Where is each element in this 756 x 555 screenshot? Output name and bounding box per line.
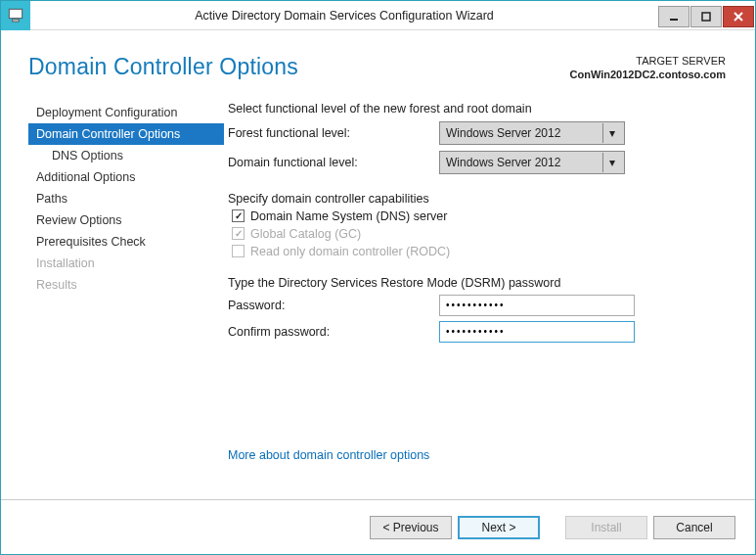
- footer: < Previous Next > Install Cancel: [1, 499, 755, 554]
- dns-checkbox-label: Domain Name System (DNS) server: [250, 209, 447, 223]
- capabilities-heading: Specify domain controller capabilities: [228, 192, 734, 206]
- minimize-button[interactable]: [658, 6, 689, 27]
- forest-level-label: Forest functional level:: [228, 126, 439, 140]
- dns-checkbox[interactable]: [232, 209, 245, 222]
- maximize-button[interactable]: [690, 6, 722, 27]
- install-button: Install: [565, 516, 647, 539]
- titlebar: Active Directory Domain Services Configu…: [1, 1, 755, 30]
- sidebar: Deployment Configuration Domain Controll…: [28, 102, 224, 499]
- sidebar-item-paths[interactable]: Paths: [28, 188, 224, 209]
- target-server-label: TARGET SERVER: [570, 54, 726, 68]
- dsrm-heading: Type the Directory Services Restore Mode…: [228, 276, 734, 290]
- password-input[interactable]: [439, 295, 635, 316]
- domain-level-select[interactable]: Windows Server 2012 ▾: [439, 151, 625, 174]
- sidebar-item-dns-options[interactable]: DNS Options: [28, 145, 224, 166]
- window-controls: [658, 4, 755, 27]
- gc-checkbox: [232, 227, 245, 240]
- rodc-checkbox: [232, 245, 245, 257]
- sidebar-item-additional[interactable]: Additional Options: [28, 166, 224, 188]
- password-label: Password:: [228, 299, 439, 312]
- body: Deployment Configuration Domain Controll…: [1, 82, 755, 499]
- close-button[interactable]: [723, 6, 754, 27]
- previous-button[interactable]: < Previous: [370, 516, 452, 539]
- target-server-block: TARGET SERVER ConWin2012DC2.contoso.com: [570, 54, 726, 82]
- target-server-host: ConWin2012DC2.contoso.com: [570, 68, 726, 81]
- main-panel: Select functional level of the new fores…: [224, 102, 734, 499]
- svg-rect-3: [702, 13, 710, 21]
- header: Domain Controller Options TARGET SERVER …: [1, 30, 755, 82]
- svg-rect-1: [13, 20, 20, 22]
- sidebar-item-deployment[interactable]: Deployment Configuration: [28, 102, 224, 123]
- sidebar-item-dc-options[interactable]: Domain Controller Options: [28, 123, 224, 145]
- page-title: Domain Controller Options: [28, 54, 298, 82]
- functional-level-heading: Select functional level of the new fores…: [228, 102, 734, 116]
- window-title: Active Directory Domain Services Configu…: [30, 9, 658, 23]
- dropdown-arrow-icon: ▾: [602, 123, 620, 143]
- sidebar-item-prereq[interactable]: Prerequisites Check: [28, 231, 224, 253]
- wizard-window: Active Directory Domain Services Configu…: [0, 0, 756, 555]
- cancel-button[interactable]: Cancel: [653, 516, 735, 539]
- next-button[interactable]: Next >: [458, 516, 540, 539]
- rodc-checkbox-label: Read only domain controller (RODC): [250, 245, 450, 258]
- gc-checkbox-label: Global Catalog (GC): [250, 227, 361, 241]
- dropdown-arrow-icon: ▾: [602, 153, 620, 172]
- confirm-password-input[interactable]: [439, 321, 635, 343]
- domain-level-value: Windows Server 2012: [446, 156, 560, 169]
- sidebar-item-review[interactable]: Review Options: [28, 209, 224, 231]
- app-icon: [1, 1, 30, 30]
- forest-level-value: Windows Server 2012: [446, 126, 560, 140]
- sidebar-item-installation: Installation: [28, 253, 224, 274]
- svg-rect-0: [9, 9, 22, 18]
- domain-level-label: Domain functional level:: [228, 156, 439, 169]
- confirm-password-label: Confirm password:: [228, 325, 439, 339]
- more-about-link[interactable]: More about domain controller options: [228, 448, 429, 462]
- forest-level-select[interactable]: Windows Server 2012 ▾: [439, 121, 625, 145]
- sidebar-item-results: Results: [28, 274, 224, 296]
